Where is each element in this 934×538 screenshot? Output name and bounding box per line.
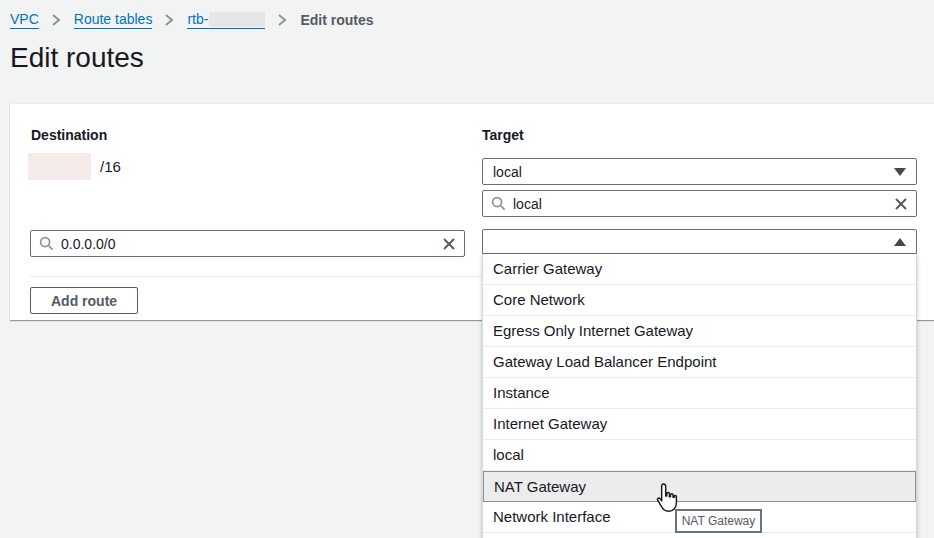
add-route-button[interactable]: Add route (30, 287, 138, 314)
triangle-up-icon (894, 238, 906, 246)
dropdown-option-internet-gateway[interactable]: Internet Gateway (483, 409, 916, 440)
page-title: Edit routes (10, 42, 144, 74)
breadcrumb-route-tables-link[interactable]: Route tables (74, 11, 153, 29)
triangle-down-icon (894, 168, 906, 176)
dropdown-option-local[interactable]: local (483, 440, 916, 471)
destination-search-input-row2[interactable] (61, 236, 435, 252)
chevron-right-icon (51, 13, 62, 27)
search-icon (39, 236, 54, 251)
dropdown-option-core-network[interactable]: Core Network (483, 285, 916, 316)
destination-cidr-redaction (28, 153, 91, 180)
target-search-input-row1[interactable] (513, 196, 887, 212)
dropdown-option-nat-gateway[interactable]: NAT Gateway (483, 471, 916, 502)
edit-routes-page: VPC Route tables rtb- Edit routes Edit r… (0, 0, 934, 538)
target-select-row1-value: local (493, 164, 522, 180)
breadcrumb-current: Edit routes (300, 12, 373, 28)
breadcrumb: VPC Route tables rtb- Edit routes (10, 11, 374, 29)
clear-icon[interactable] (894, 197, 908, 211)
destination-column-label: Destination (31, 127, 107, 143)
dropdown-option-gateway-load-balancer-endpoint[interactable]: Gateway Load Balancer Endpoint (483, 347, 916, 378)
breadcrumb-route-table-id-link[interactable]: rtb- (187, 11, 265, 29)
target-type-dropdown: Carrier Gateway Core Network Egress Only… (482, 254, 917, 538)
clear-icon[interactable] (442, 237, 456, 251)
chevron-right-icon (277, 13, 288, 27)
route-table-id-redaction (209, 12, 265, 27)
nat-gateway-tooltip: NAT Gateway (675, 509, 762, 533)
dropdown-clipped-row (483, 533, 916, 538)
breadcrumb-vpc-link[interactable]: VPC (10, 11, 39, 29)
destination-search-field-row2 (30, 230, 465, 257)
chevron-right-icon (164, 13, 175, 27)
dropdown-option-carrier-gateway[interactable]: Carrier Gateway (483, 254, 916, 285)
route-table-id-prefix: rtb- (187, 11, 208, 27)
target-column-label: Target (482, 127, 524, 143)
dropdown-option-instance[interactable]: Instance (483, 378, 916, 409)
dropdown-option-egress-only-internet-gateway[interactable]: Egress Only Internet Gateway (483, 316, 916, 347)
target-select-row1[interactable]: local (482, 158, 917, 185)
destination-cidr-suffix: /16 (100, 158, 121, 175)
target-search-field-row1 (482, 190, 917, 217)
target-select-row2-expanded[interactable] (482, 229, 917, 254)
search-icon (491, 196, 506, 211)
